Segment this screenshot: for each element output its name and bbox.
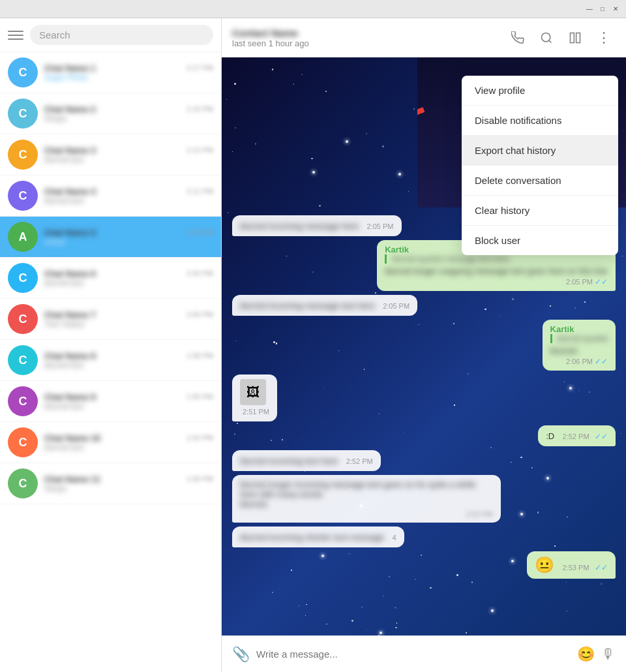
message-time: 2:52 PM <box>466 510 493 518</box>
header-actions: ⋮ <box>506 26 616 50</box>
avatar: C <box>8 427 38 457</box>
quoted-block: blurred quoted <box>550 334 608 343</box>
message-text-cont: blurred. <box>240 499 493 509</box>
chat-list-item[interactable]: C Chat Name 7 2:00 PM Your Status <box>0 299 221 340</box>
chat-preview: blurred text <box>44 196 213 206</box>
more-options-button[interactable]: ⋮ <box>592 26 616 50</box>
chat-info: Chat Name 3 2:13 PM blurred text <box>44 145 213 164</box>
context-menu-item-disable-notifications[interactable]: Disable notifications <box>462 106 618 136</box>
chat-name: Chat Name 8 <box>44 351 96 361</box>
chat-list: C Chat Name 1 2:17 PM Super Photo C Chat… <box>0 52 221 672</box>
context-menu: View profileDisable notificationsExport … <box>462 76 618 255</box>
message-time: 2:05 PM <box>367 222 394 230</box>
message-text: blurred incoming shorter text message <box>240 532 384 542</box>
chat-list-item[interactable]: C Chat Name 2 2:15 PM Shops <box>0 93 221 134</box>
chat-name-row: Chat Name 4 2:11 PM <box>44 187 213 196</box>
menu-icon[interactable] <box>8 27 23 43</box>
message-ticks: ✓✓ <box>595 432 608 441</box>
chat-info: Chat Name 8 1:58 PM blurred text <box>44 351 213 370</box>
incoming-bubble: blurred incoming shorter text message 4 <box>232 527 404 547</box>
chat-name: Chat Name 4 <box>44 187 96 196</box>
chat-preview: blurred text <box>44 443 213 452</box>
message-row: blurred longer incoming message text goe… <box>232 475 616 523</box>
chat-name: Chat Name 5 <box>44 228 96 237</box>
search-button[interactable] <box>535 26 558 50</box>
svg-rect-2 <box>571 33 574 42</box>
app-container: Search C Chat Name 1 2:17 PM Super Photo… <box>0 18 626 672</box>
message-sender: Kartik <box>550 324 608 334</box>
message-time: 2:53 PM <box>563 564 589 572</box>
chat-list-item[interactable]: C Chat Name 4 2:11 PM blurred text <box>0 176 221 217</box>
svg-point-0 <box>542 33 550 41</box>
message-input[interactable] <box>256 649 571 660</box>
message-row: 😐 2:53 PM ✓✓ <box>232 551 616 579</box>
chat-preview: Your Status <box>44 320 213 329</box>
mic-button[interactable]: 🎙 <box>601 646 616 663</box>
avatar: C <box>8 386 38 416</box>
chat-footer: 📎 😊 🎙 <box>222 635 626 672</box>
minimize-button[interactable]: — <box>584 4 595 14</box>
chat-list-item[interactable]: C Chat Name 6 2:03 PM blurred text <box>0 258 221 299</box>
context-menu-item-export-chat-history[interactable]: Export chat history <box>462 136 618 166</box>
chat-time: 2:05 PM <box>186 228 213 236</box>
chat-name-row: Chat Name 1 2:17 PM <box>44 63 213 73</box>
chat-list-item[interactable]: A Chat Name 5 2:05 PM Active <box>0 217 221 258</box>
message-text: blurred longer incoming message text goe… <box>240 480 493 499</box>
sidebar: Search C Chat Name 1 2:17 PM Super Photo… <box>0 18 222 672</box>
context-menu-item-clear-history[interactable]: Clear history <box>462 196 618 226</box>
chat-time: 1:58 PM <box>186 352 213 359</box>
chat-list-item[interactable]: C Chat Name 10 1:52 PM blurred text <box>0 422 221 463</box>
chat-header: Contact Name last seen 1 hour ago <box>222 18 626 57</box>
layout-button[interactable] <box>563 26 587 50</box>
emoji-button[interactable]: 😊 <box>577 646 595 663</box>
incoming-bubble: blurred incoming message text here 2:05 … <box>232 295 417 316</box>
chat-list-item[interactable]: C Chat Name 8 1:58 PM blurred text <box>0 340 221 381</box>
chat-name: Chat Name 11 <box>44 474 100 484</box>
context-menu-item-block-user[interactable]: Block user <box>462 226 618 255</box>
chat-preview: blurred text <box>44 155 213 164</box>
quoted-block: blurred quoted message text here <box>385 254 608 264</box>
chat-list-item[interactable]: C Chat Name 1 2:17 PM Super Photo <box>0 52 221 93</box>
chat-name: Chat Name 6 <box>44 269 96 279</box>
chat-info: Chat Name 9 1:55 PM blurred text <box>44 392 213 411</box>
chat-list-item[interactable]: C Chat Name 9 1:55 PM blurred text <box>0 381 221 422</box>
outgoing-bubble: :D 2:52 PM ✓✓ <box>538 425 616 446</box>
chat-preview: Shops <box>44 484 213 493</box>
phone-button[interactable] <box>506 26 529 50</box>
media-preview: 🖼 <box>240 379 266 405</box>
chat-preview: Super Photo <box>44 73 213 82</box>
message-text: blurred incoming message here <box>240 221 359 231</box>
maximize-button[interactable]: □ <box>597 4 608 14</box>
message-meta: 2:06 PM ✓✓ <box>550 357 608 366</box>
close-button[interactable]: ✕ <box>610 4 621 14</box>
chat-contact-name: Contact Name <box>232 27 498 38</box>
message-time: 4 <box>393 534 396 542</box>
attach-button[interactable]: 📎 <box>232 646 250 663</box>
sidebar-header: Search <box>0 18 221 52</box>
chat-list-item[interactable]: C Chat Name 11 1:50 PM Shops <box>0 463 221 504</box>
search-input[interactable]: Search <box>30 25 213 45</box>
chat-preview: blurred text <box>44 402 213 411</box>
chat-name-row: Chat Name 6 2:03 PM <box>44 269 213 279</box>
chat-name: Chat Name 7 <box>44 310 96 320</box>
outgoing-bubble: 😐 2:53 PM ✓✓ <box>527 551 616 579</box>
message-meta: 2:05 PM ✓✓ <box>385 277 608 286</box>
message-time: 2:05 PM <box>566 278 593 286</box>
message-text: blurred incoming message text here <box>240 301 375 311</box>
context-menu-item-view-profile[interactable]: View profile <box>462 76 618 106</box>
message-time: 2:05 PM <box>383 302 410 310</box>
avatar: C <box>8 99 38 129</box>
window-chrome: — □ ✕ <box>0 0 626 18</box>
chat-list-item[interactable]: C Chat Name 3 2:13 PM blurred text <box>0 134 221 176</box>
chat-header-info: Contact Name last seen 1 hour ago <box>232 27 498 48</box>
message-text: :D <box>546 431 554 441</box>
chat-info: Chat Name 2 2:15 PM Shops <box>44 104 213 123</box>
context-menu-item-delete-conversation[interactable]: Delete conversation <box>462 166 618 196</box>
chat-time: 2:11 PM <box>186 187 213 195</box>
chat-preview: blurred text <box>44 279 213 288</box>
message-text: blurred. <box>550 346 608 356</box>
chat-status: last seen 1 hour ago <box>232 38 498 48</box>
chat-name-row: Chat Name 7 2:00 PM <box>44 310 213 320</box>
chat-name: Chat Name 1 <box>44 63 96 73</box>
chat-info: Chat Name 5 2:05 PM Active <box>44 228 213 247</box>
